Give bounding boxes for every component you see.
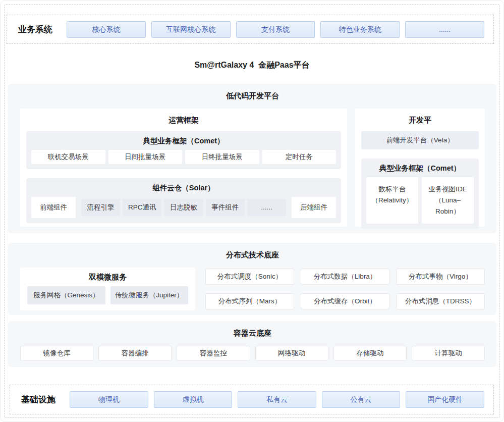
solar-chip-event-component[interactable]: 事件组件 bbox=[206, 199, 245, 216]
comet-item-endofday-batch[interactable]: 日终批量场景 bbox=[185, 150, 259, 164]
distributed-message-tdrss[interactable]: 分布式消息（TDRSS） bbox=[396, 293, 485, 309]
business-systems-buttons: 核心系统 互联网核心系统 支付系统 特色业务系统 ...... bbox=[67, 21, 493, 38]
infrastructure-buttons: 物理机 虚拟机 私有云 公有云 国产化硬件 bbox=[70, 391, 493, 408]
operation-framework-box: 运营框架 典型业务框架（Comet） 联机交易场景 日间批量场景 日终批量场景 … bbox=[20, 109, 347, 227]
relativity-platform-name: 数标平台 bbox=[367, 184, 417, 195]
business-systems-label: 业务系统 bbox=[7, 24, 67, 35]
traditional-microservice-jupiter[interactable]: 传统微服务（Jupiter） bbox=[110, 286, 189, 304]
distributed-cache-orbit[interactable]: 分布式缓存（Orbit） bbox=[301, 293, 389, 309]
comet-item-scheduled-task[interactable]: 定时任务 bbox=[262, 150, 337, 164]
relativity-platform[interactable]: 数标平台 （Relativity） bbox=[366, 177, 418, 224]
solar-component-box: 组件云仓（Solar） 前端组件 流程引擎 RPC通讯 日志脱敏 事件组件 ..… bbox=[26, 178, 341, 223]
solar-chip-log-masking[interactable]: 日志脱敏 bbox=[164, 199, 203, 216]
private-cloud-button[interactable]: 私有云 bbox=[238, 391, 316, 408]
solar-chip-more[interactable]: ...... bbox=[247, 199, 286, 216]
business-system-core-button[interactable]: 核心系统 bbox=[67, 21, 146, 38]
solar-chip-group: 流程引擎 RPC通讯 日志脱敏 事件组件 ...... bbox=[81, 199, 286, 216]
network-driver[interactable]: 网络驱动 bbox=[255, 346, 328, 361]
distributed-sequence-mars[interactable]: 分布式序列（Mars） bbox=[205, 293, 294, 309]
comet-framework-items: 联机交易场景 日间批量场景 日终批量场景 定时任务 bbox=[31, 150, 336, 164]
business-system-payment-button[interactable]: 支付系统 bbox=[236, 21, 315, 38]
distributed-data-libra[interactable]: 分布式数据（Libra） bbox=[301, 269, 389, 285]
container-base-panel: 容器云底座 镜像仓库 容器编排 容器监控 网络驱动 存储驱动 计算驱动 bbox=[8, 321, 496, 367]
dual-mode-microservice-title: 双模微服务 bbox=[27, 272, 188, 282]
business-systems-row: 业务系统 核心系统 互联网核心系统 支付系统 特色业务系统 ...... bbox=[7, 15, 494, 44]
distributed-transaction-virgo[interactable]: 分布式事物（Virgo） bbox=[396, 269, 485, 285]
business-system-internet-core-button[interactable]: 互联网核心系统 bbox=[151, 21, 231, 38]
storage-driver[interactable]: 存储驱动 bbox=[333, 346, 407, 361]
compute-driver[interactable]: 计算驱动 bbox=[412, 346, 485, 361]
dual-mode-items: 服务网格（Genesis） 传统微服务（Jupiter） bbox=[27, 286, 188, 304]
distributed-base-title: 分布式技术底座 bbox=[20, 249, 485, 260]
solar-component-title: 组件云仓（Solar） bbox=[31, 183, 336, 193]
solar-component-items: 前端组件 流程引擎 RPC通讯 日志脱敏 事件组件 ...... 后端组件 bbox=[31, 197, 336, 218]
dual-mode-microservice-box: 双模微服务 服务网格（Genesis） 传统微服务（Jupiter） bbox=[20, 268, 195, 310]
low-code-platform-panel: 低代码开发平台 运营框架 典型业务框架（Comet） 联机交易场景 日间批量场景… bbox=[8, 84, 496, 233]
dev-comet-items: 数标平台 （Relativity） 业务视图IDE （Luna–Robin） bbox=[366, 177, 474, 224]
operation-framework-title: 运营框架 bbox=[26, 115, 341, 125]
luna-robin-ide-name: 业务视图IDE bbox=[423, 184, 473, 195]
luna-robin-ide-code: （Luna–Robin） bbox=[423, 195, 473, 217]
comet-framework-box: 典型业务框架（Comet） 联机交易场景 日间批量场景 日终批量场景 定时任务 bbox=[26, 131, 341, 169]
image-registry[interactable]: 镜像仓库 bbox=[20, 346, 93, 361]
infrastructure-label: 基础设施 bbox=[10, 394, 70, 405]
comet-framework-title: 典型业务框架（Comet） bbox=[31, 136, 336, 146]
luna-robin-ide[interactable]: 业务视图IDE （Luna–Robin） bbox=[422, 177, 474, 224]
comet-item-daytime-batch[interactable]: 日间批量场景 bbox=[108, 150, 183, 164]
domestic-hardware-button[interactable]: 国产化硬件 bbox=[406, 391, 484, 408]
platform-title: Sm@rtGalaxy 4 金融Paas平台 bbox=[1, 60, 503, 71]
container-monitoring[interactable]: 容器监控 bbox=[177, 346, 250, 361]
architecture-diagram: 业务系统 核心系统 互联网核心系统 支付系统 特色业务系统 ...... Sm@… bbox=[0, 0, 504, 422]
dev-platform-title: 开发平 bbox=[361, 115, 479, 125]
container-base-items: 镜像仓库 容器编排 容器监控 网络驱动 存储驱动 计算驱动 bbox=[20, 346, 485, 361]
service-mesh-genesis[interactable]: 服务网格（Genesis） bbox=[27, 286, 105, 304]
solar-frontend-components[interactable]: 前端组件 bbox=[31, 197, 76, 218]
comet-item-online-trading[interactable]: 联机交易场景 bbox=[31, 150, 105, 164]
container-base-title: 容器云底座 bbox=[20, 328, 485, 338]
solar-chip-rpc[interactable]: RPC通讯 bbox=[123, 199, 161, 216]
distributed-scheduling-sonic[interactable]: 分布式调度（Sonic） bbox=[205, 269, 294, 285]
vela-frontend-platform[interactable]: 前端开发平台（Vela） bbox=[361, 131, 479, 149]
solar-chip-process-engine[interactable]: 流程引擎 bbox=[81, 199, 120, 216]
physical-machine-button[interactable]: 物理机 bbox=[70, 391, 148, 408]
dev-platform-box: 开发平 前端开发平台（Vela） 典型业务框架（Comet） 数标平台 （Rel… bbox=[355, 109, 485, 227]
distributed-services-grid: 分布式调度（Sonic） 分布式数据（Libra） 分布式事物（Virgo） 分… bbox=[205, 268, 485, 310]
low-code-platform-title: 低代码开发平台 bbox=[20, 90, 485, 101]
public-cloud-button[interactable]: 公有云 bbox=[322, 391, 401, 408]
solar-backend-components[interactable]: 后端组件 bbox=[292, 197, 336, 218]
relativity-platform-code: （Relativity） bbox=[367, 195, 417, 206]
business-system-special-button[interactable]: 特色业务系统 bbox=[320, 21, 400, 38]
dev-comet-framework-title: 典型业务框架（Comet） bbox=[366, 163, 474, 173]
virtual-machine-button[interactable]: 虚拟机 bbox=[154, 391, 233, 408]
infrastructure-row: 基础设施 物理机 虚拟机 私有云 公有云 国产化硬件 bbox=[10, 385, 494, 414]
business-system-more-button[interactable]: ...... bbox=[405, 21, 484, 38]
low-code-platform-body: 运营框架 典型业务框架（Comet） 联机交易场景 日间批量场景 日终批量场景 … bbox=[20, 109, 485, 227]
distributed-base-panel: 分布式技术底座 双模微服务 服务网格（Genesis） 传统微服务（Jupite… bbox=[8, 243, 496, 315]
distributed-base-body: 双模微服务 服务网格（Genesis） 传统微服务（Jupiter） 分布式调度… bbox=[20, 268, 485, 310]
container-orchestration[interactable]: 容器编排 bbox=[98, 346, 172, 361]
dev-comet-framework-box: 典型业务框架（Comet） 数标平台 （Relativity） 业务视图IDE … bbox=[361, 159, 479, 229]
